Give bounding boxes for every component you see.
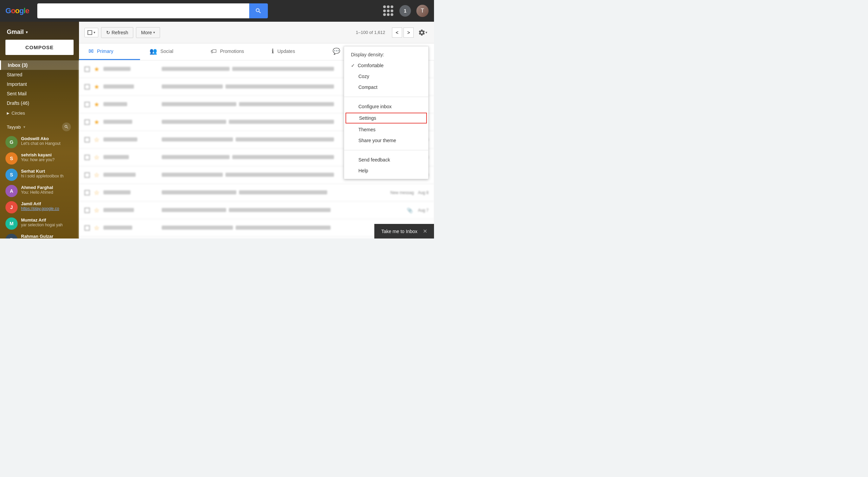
toast: Take me to Inbox ✕ — [374, 224, 434, 238]
email-checkbox[interactable] — [84, 155, 90, 160]
search-input[interactable] — [37, 3, 249, 18]
star-icon[interactable]: ★ — [94, 118, 99, 126]
star-icon[interactable]: ★ — [94, 83, 99, 91]
themes-item[interactable]: Themes — [344, 124, 428, 135]
email-checkbox[interactable] — [84, 225, 90, 231]
themes-label: Themes — [358, 127, 376, 132]
email-checkbox[interactable] — [84, 190, 90, 195]
check-icon: ✓ — [351, 63, 355, 68]
settings-button[interactable]: ▾ — [416, 26, 429, 39]
compact-label: Compact — [358, 84, 377, 90]
density-comfortable[interactable]: ✓ Comfortable — [344, 60, 428, 71]
social-tab-icon: 👥 — [150, 47, 157, 55]
attachment-icon: 📎 — [407, 208, 413, 213]
share-theme-label: Share your theme — [358, 138, 396, 143]
sidebar-item-sent[interactable]: Sent Mail — [0, 89, 79, 98]
star-icon[interactable]: ☆ — [94, 189, 99, 196]
contact-item[interactable]: AAhmed FarghalYou: Hello Ahmed — [0, 183, 79, 199]
refresh-label: Refresh — [112, 30, 128, 35]
star-icon[interactable]: ★ — [94, 65, 99, 73]
contact-item[interactable]: JJamil Arifhttps://play.google.co — [0, 199, 79, 215]
star-icon[interactable]: ☆ — [94, 207, 99, 214]
email-sender — [103, 172, 158, 178]
email-sender — [103, 225, 158, 231]
avatar[interactable]: T — [416, 5, 429, 17]
header-right: 1 T — [383, 5, 429, 17]
star-icon[interactable]: ★ — [94, 101, 99, 108]
share-theme-item[interactable]: Share your theme — [344, 135, 428, 146]
contact-avatar: G — [5, 136, 18, 148]
toolbar: ▾ ↻ Refresh More ▾ 1–100 of 1,612 < > — [79, 22, 434, 43]
table-row[interactable]: ☆New messagAug 8 — [79, 184, 434, 202]
email-sender — [103, 66, 158, 72]
nav-arrows: < > — [392, 27, 414, 38]
contact-item[interactable]: RRahman Gulzar — [0, 232, 79, 238]
settings-item[interactable]: Settings — [346, 113, 427, 123]
contact-name: Ahmed Farghal — [21, 185, 74, 190]
star-icon[interactable]: ☆ — [94, 171, 99, 179]
tab-social[interactable]: 👥 Social — [140, 43, 201, 60]
contact-item[interactable]: GGodswill AkoLet's chat on Hangout — [0, 134, 79, 150]
email-sender — [103, 208, 158, 213]
email-date: Aug 7 — [418, 208, 429, 213]
sidebar-item-drafts[interactable]: Drafts (46) — [0, 98, 79, 108]
refresh-button[interactable]: ↻ Refresh — [101, 27, 133, 38]
tab-updates[interactable]: ℹ Updates — [262, 43, 323, 60]
tab-primary[interactable]: ✉ Primary — [79, 43, 140, 60]
header: Google 1 T — [0, 0, 434, 22]
gmail-dropdown-icon[interactable]: ▾ — [26, 30, 28, 35]
email-checkbox[interactable] — [84, 102, 90, 107]
sidebar-item-important[interactable]: Important — [0, 79, 79, 89]
main-layout: Gmail ▾ COMPOSE Inbox (3)StarredImportan… — [0, 22, 434, 238]
more-button[interactable]: More ▾ — [136, 27, 160, 38]
updates-tab-icon: ℹ — [272, 47, 274, 55]
email-sender — [103, 102, 158, 107]
contact-item[interactable]: SSerhat Kurthi i sold appletoolbox th — [0, 167, 79, 183]
search-button[interactable] — [249, 3, 268, 18]
email-checkbox[interactable] — [84, 172, 90, 178]
sidebar-item-starred[interactable]: Starred — [0, 70, 79, 79]
email-checkbox[interactable] — [84, 66, 90, 72]
updates-tab-label: Updates — [277, 49, 295, 54]
density-compact[interactable]: Compact — [344, 82, 428, 93]
compose-button[interactable]: COMPOSE — [5, 40, 74, 55]
email-checkbox[interactable] — [84, 137, 90, 142]
contact-preview: You: how are you? — [21, 157, 74, 162]
primary-tab-icon: ✉ — [88, 47, 94, 55]
configure-inbox-item[interactable]: Configure inbox — [344, 101, 428, 112]
contacts-list: GGodswill AkoLet's chat on HangoutSsehri… — [0, 134, 79, 238]
tab-promotions[interactable]: 🏷 Promotions — [201, 43, 262, 60]
star-icon[interactable]: ☆ — [94, 224, 99, 232]
comfortable-label: Comfortable — [358, 63, 383, 68]
send-feedback-item[interactable]: Send feedback — [344, 154, 428, 165]
notification-button[interactable]: 1 — [399, 5, 411, 17]
circles-section[interactable]: ▶ Circles — [0, 108, 79, 118]
toast-close-button[interactable]: ✕ — [423, 228, 427, 234]
contact-item[interactable]: MMumtaz Arifyar selection hogai yah — [0, 215, 79, 232]
star-icon[interactable]: ☆ — [94, 154, 99, 161]
toast-message: Take me to Inbox — [381, 229, 417, 234]
sidebar-item-inbox[interactable]: Inbox (3) — [0, 60, 79, 70]
next-page-button[interactable]: > — [403, 27, 414, 38]
contact-preview: hi i sold appletoolbox th — [21, 174, 74, 178]
contact-item[interactable]: Ssehrish kayaniYou: how are you? — [0, 150, 79, 167]
density-section: Display density: ✓ Comfortable Cozy Comp… — [344, 46, 428, 95]
table-row[interactable]: ☆📎Aug 7 — [79, 202, 434, 219]
email-checkbox[interactable] — [84, 84, 90, 90]
contact-avatar: S — [5, 169, 18, 181]
circle-dropdown-icon[interactable]: ▾ — [23, 125, 25, 129]
divider-2 — [344, 150, 428, 150]
email-date: Aug 8 — [418, 190, 429, 195]
help-item[interactable]: Help — [344, 165, 428, 176]
apps-grid-icon[interactable] — [383, 5, 394, 16]
email-checkbox[interactable] — [84, 119, 90, 125]
prev-page-button[interactable]: < — [392, 27, 402, 38]
density-cozy[interactable]: Cozy — [344, 71, 428, 82]
star-icon[interactable]: ☆ — [94, 136, 99, 144]
email-checkbox[interactable] — [84, 208, 90, 213]
configure-inbox-label: Configure inbox — [358, 104, 392, 109]
contact-name: Godswill Ako — [21, 136, 74, 141]
checkbox-dropdown-arrow-icon: ▾ — [94, 31, 95, 34]
circle-search-icon[interactable] — [62, 122, 71, 131]
select-all-checkbox[interactable]: ▾ — [84, 28, 98, 37]
